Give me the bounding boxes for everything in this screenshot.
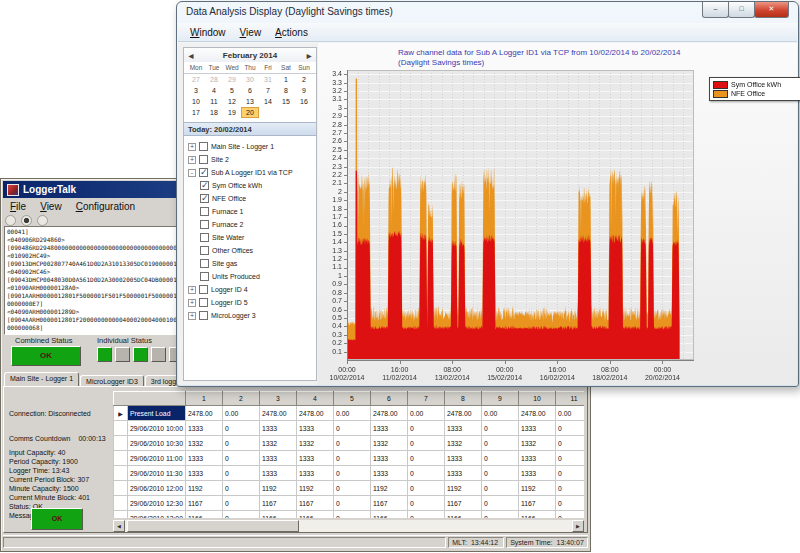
menu-item-view[interactable]: View (233, 27, 269, 38)
tree-checkbox[interactable] (200, 272, 209, 281)
grid-cell[interactable]: 1333 (519, 451, 556, 466)
grid-cell[interactable]: 0 (334, 511, 371, 519)
scroll-left-icon[interactable]: ◀ (113, 520, 125, 532)
grid-cell[interactable]: 1333 (297, 451, 334, 466)
grid-cell[interactable]: 1166 (260, 511, 297, 519)
minimize-icon[interactable]: – (702, 2, 729, 18)
grid-cell[interactable]: 0 (408, 496, 445, 511)
grid-cell[interactable]: 0 (482, 466, 519, 481)
grid-cell[interactable]: 1166 (519, 511, 556, 519)
grid-cell[interactable]: 1333 (186, 466, 223, 481)
grid-row-label[interactable]: 29/06/2010 10:00 (128, 421, 186, 436)
grid-cell[interactable]: 1166 (371, 511, 408, 519)
grid-cell[interactable]: 1167 (371, 496, 408, 511)
calendar-day[interactable]: 8 (277, 85, 295, 96)
tree-checkbox-checked[interactable] (199, 168, 208, 177)
grid-cell[interactable]: 0 (482, 481, 519, 496)
calendar-day[interactable]: 7 (259, 85, 277, 96)
grid-cell[interactable]: 0 (408, 466, 445, 481)
tree-checkbox[interactable] (199, 142, 208, 151)
calendar-day[interactable]: 4 (205, 85, 223, 96)
tree-item-label[interactable]: MicroLogger 3 (211, 312, 256, 319)
tree-expander-icon[interactable]: + (188, 299, 196, 307)
calendar-day[interactable]: 14 (259, 96, 277, 107)
tree-expander-icon[interactable]: + (188, 286, 196, 294)
tree-checkbox[interactable] (200, 246, 209, 255)
tab-main-site-logger-1[interactable]: Main Site - Logger 1 (4, 372, 79, 387)
grid-horizontal-scrollbar[interactable]: ◀ ▶ (113, 520, 584, 532)
grid-cell[interactable]: 1333 (186, 421, 223, 436)
grid-cell[interactable]: 0.00 (334, 406, 371, 421)
calendar-day[interactable]: 3 (187, 85, 205, 96)
grid-cell[interactable]: 1167 (297, 496, 334, 511)
scrollbar-thumb[interactable] (127, 520, 299, 532)
grid-cell[interactable]: 0 (556, 481, 585, 496)
grid-row-label[interactable]: 29/06/2010 10:30 (128, 436, 186, 451)
grid-row-label[interactable]: Present Load (128, 406, 186, 421)
grid-cell[interactable]: 0 (408, 451, 445, 466)
grid-cell[interactable]: 0 (223, 481, 260, 496)
scrollbar-track[interactable] (299, 520, 572, 532)
grid-cell[interactable]: 1333 (445, 466, 482, 481)
calendar-day[interactable]: 5 (223, 85, 241, 96)
grid-column-header[interactable]: 9 (482, 392, 519, 406)
grid-cell[interactable]: 1333 (260, 451, 297, 466)
calendar-day[interactable]: 2 (295, 74, 313, 85)
calendar-day[interactable]: 27 (187, 74, 205, 85)
grid-row-label[interactable]: 29/06/2010 12:30 (128, 496, 186, 511)
pause-button[interactable] (37, 215, 48, 226)
menu-item-window[interactable]: Window (183, 27, 233, 38)
grid-column-header[interactable]: 11 (556, 392, 585, 406)
tree-checkbox-checked[interactable] (200, 194, 209, 203)
close-icon[interactable]: ✕ (754, 2, 789, 18)
menu-item-actions[interactable]: Actions (268, 27, 315, 38)
tree-item-label[interactable]: Main Site - Logger 1 (211, 143, 274, 150)
tree-item-label[interactable]: Other Offices (212, 247, 253, 254)
grid-cell[interactable]: 0 (334, 451, 371, 466)
tree-item-label[interactable]: Sub A Logger ID1 via TCP (211, 169, 293, 176)
calendar-day[interactable]: 19 (223, 107, 241, 118)
calendar-day[interactable]: 29 (223, 74, 241, 85)
tree-item-label[interactable]: Sym Office kWh (212, 182, 262, 189)
tree-item-label[interactable]: Site 2 (211, 156, 229, 163)
grid-cell[interactable]: 0 (556, 421, 585, 436)
grid-cell[interactable]: 1333 (297, 466, 334, 481)
grid-cell[interactable]: 0 (482, 511, 519, 519)
grid-cell[interactable]: 2478.00 (297, 406, 334, 421)
grid-cell[interactable]: 1333 (445, 421, 482, 436)
tree-checkbox[interactable] (200, 207, 209, 216)
grid-cell[interactable]: 1333 (371, 466, 408, 481)
grid-cell[interactable]: 0 (556, 466, 585, 481)
tree-checkbox[interactable] (200, 233, 209, 242)
tree-checkbox[interactable] (199, 311, 208, 320)
grid-cell[interactable]: 1167 (260, 496, 297, 511)
grid-cell[interactable]: 1167 (186, 496, 223, 511)
grid-cell[interactable]: 1332 (519, 436, 556, 451)
tree-expander-icon[interactable]: + (188, 156, 196, 164)
grid-cell[interactable]: 0 (482, 436, 519, 451)
tree-checkbox[interactable] (200, 259, 209, 268)
row-selector[interactable] (114, 451, 128, 466)
grid-cell[interactable]: 1333 (519, 421, 556, 436)
grid-cell[interactable]: 0 (408, 436, 445, 451)
grid-cell[interactable]: 1192 (519, 481, 556, 496)
grid-cell[interactable]: 1333 (186, 451, 223, 466)
grid-cell[interactable]: 1333 (297, 421, 334, 436)
grid-column-header[interactable]: 7 (408, 392, 445, 406)
tree-item-label[interactable]: Site gas (212, 260, 237, 267)
tree-expander-icon[interactable]: + (188, 143, 196, 151)
tree-item-label[interactable]: Units Produced (212, 273, 260, 280)
calendar-day[interactable]: 1 (277, 74, 295, 85)
grid-cell[interactable]: 0 (223, 451, 260, 466)
grid-cell[interactable]: 1332 (260, 436, 297, 451)
grid-cell[interactable]: 1332 (371, 436, 408, 451)
grid-column-header[interactable]: 2 (223, 392, 260, 406)
calendar-day[interactable]: 13 (241, 96, 259, 107)
logger-ok-button[interactable]: OK (31, 508, 83, 530)
row-selector[interactable]: ▶ (114, 406, 128, 421)
grid-cell[interactable]: 0 (482, 421, 519, 436)
grid-row-label[interactable]: 29/06/2010 11:00 (128, 451, 186, 466)
grid-cell[interactable]: 0.00 (556, 406, 585, 421)
grid-row-label[interactable]: 29/06/2010 12:00 (128, 481, 186, 496)
calendar-prev-icon[interactable]: ◀ (184, 52, 198, 59)
